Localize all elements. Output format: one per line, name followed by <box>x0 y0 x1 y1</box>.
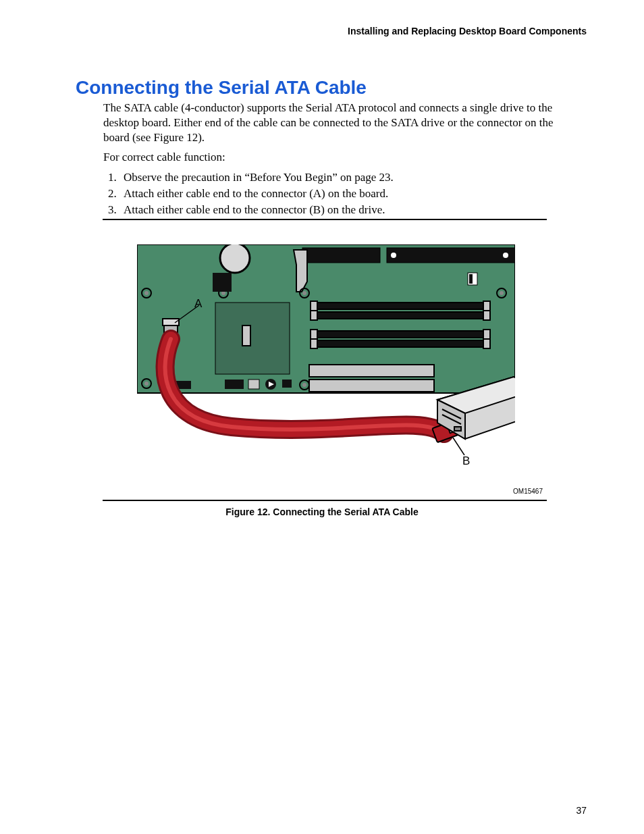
svg-rect-2 <box>387 248 515 263</box>
svg-rect-21 <box>215 303 290 374</box>
paragraph-lead: For correct cable function: <box>103 150 576 165</box>
svg-rect-32 <box>483 311 490 320</box>
svg-rect-31 <box>483 301 490 311</box>
svg-rect-28 <box>311 311 317 320</box>
body-text: The SATA cable (4-conductor) supports th… <box>103 101 576 218</box>
page-heading: Connecting the Serial ATA Cable <box>76 77 367 99</box>
svg-point-17 <box>144 382 149 386</box>
running-head: Installing and Replacing Desktop Board C… <box>348 26 587 36</box>
svg-rect-27 <box>311 301 317 311</box>
svg-rect-56 <box>454 427 461 431</box>
svg-rect-20 <box>213 273 232 292</box>
svg-rect-39 <box>248 380 259 389</box>
page-number: 37 <box>576 805 587 816</box>
svg-rect-36 <box>309 380 434 392</box>
page: Installing and Replacing Desktop Board C… <box>0 0 644 834</box>
svg-point-13 <box>302 291 306 295</box>
figure-label-b: B <box>462 454 470 468</box>
svg-rect-30 <box>311 339 317 348</box>
step-item: Attach either cable end to the connector… <box>119 186 576 201</box>
svg-point-3 <box>391 253 396 258</box>
svg-rect-33 <box>483 330 490 339</box>
svg-point-9 <box>144 291 149 295</box>
figure-sata-cable <box>137 244 515 488</box>
figure-code: OM15467 <box>513 488 543 495</box>
svg-rect-23 <box>313 303 488 309</box>
step-item: Observe the precaution in “Before You Be… <box>119 170 576 185</box>
svg-point-15 <box>500 291 504 295</box>
svg-rect-42 <box>282 380 292 388</box>
svg-point-7 <box>220 244 250 273</box>
svg-rect-24 <box>313 312 488 319</box>
svg-point-4 <box>503 253 508 258</box>
step-item: Attach either cable end to the connector… <box>119 203 576 217</box>
svg-rect-6 <box>469 274 473 284</box>
svg-rect-35 <box>309 365 434 377</box>
svg-rect-25 <box>313 331 488 338</box>
svg-rect-38 <box>225 380 244 389</box>
svg-point-19 <box>302 383 306 387</box>
figure-rule-bottom <box>103 500 547 501</box>
svg-rect-29 <box>311 330 317 339</box>
svg-line-57 <box>453 438 464 455</box>
svg-rect-1 <box>302 248 380 263</box>
svg-rect-26 <box>313 340 488 347</box>
figure-label-a: A <box>194 297 202 311</box>
svg-rect-34 <box>483 339 490 348</box>
figure-rule-top <box>103 219 547 220</box>
board-illustration <box>137 244 515 488</box>
steps-list: Observe the precaution in “Before You Be… <box>119 170 576 217</box>
figure-caption: Figure 12. Connecting the Serial ATA Cab… <box>0 506 644 517</box>
paragraph-intro: The SATA cable (4-conductor) supports th… <box>103 101 576 145</box>
svg-rect-22 <box>242 325 250 346</box>
